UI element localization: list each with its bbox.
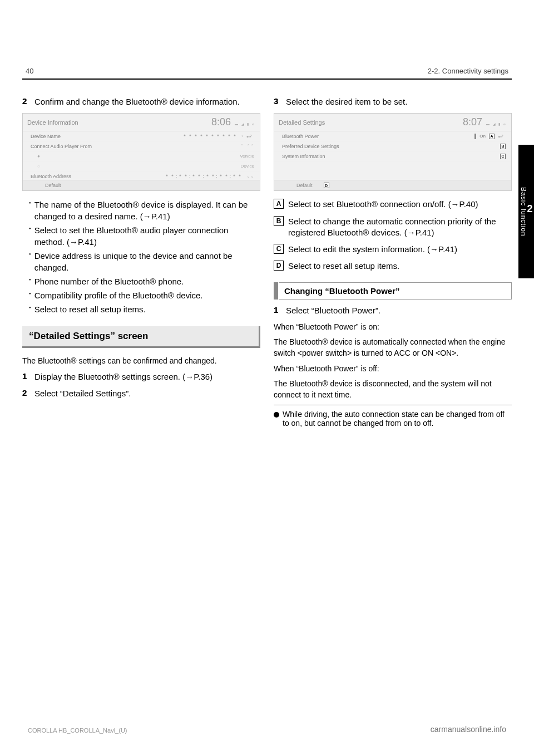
bullet-icon: ●: [29, 224, 31, 248]
device-info-screenshot: Device Information 8:06 ▬ ◢ ▮ ⌀ Device N…: [22, 113, 260, 191]
section-detailed-settings: “Detailed Settings” screen: [22, 326, 260, 348]
note-6: Select to reset all setup items.: [34, 303, 146, 315]
callout-c: C Select to edit the system information.…: [274, 244, 512, 255]
letter-a-box: A: [274, 199, 284, 209]
callout-a-text: Select to set Bluetooth® connection on/o…: [288, 199, 512, 210]
bullet-icon: ●: [29, 289, 31, 301]
step-number: 1: [274, 305, 281, 316]
right-column: 3 Select the desired item to be set. Det…: [274, 96, 512, 429]
ss2-default: Default: [296, 183, 313, 188]
step-number: 2: [22, 96, 30, 107]
left-column: 2 Confirm and change the Bluetooth® devi…: [22, 96, 260, 429]
note-2: Select to set the Bluetooth® audio playe…: [34, 224, 260, 248]
ss2-title: Detailed Settings: [279, 119, 325, 126]
ss1-device-name-label: Device Name: [31, 134, 61, 139]
step-1b: 1 Display the Bluetooth® settings screen…: [22, 371, 260, 382]
radio-icon: ●: [37, 154, 40, 159]
ss2-time: 8:07: [463, 116, 482, 127]
side-tab-number: 2: [527, 203, 533, 215]
callout-a: A Select to set Bluetooth® connection on…: [274, 199, 512, 210]
off-header: When “Bluetooth Power” is off:: [274, 364, 512, 375]
bullet-icon: ●: [29, 303, 31, 315]
substep-1: 1 Select “Bluetooth Power”.: [274, 305, 512, 316]
label-d-mini: D: [324, 183, 329, 188]
label-b-mini: B: [500, 144, 506, 149]
callout-b: B Select to change the automatic connect…: [274, 216, 512, 239]
ss1-device: Device: [241, 164, 254, 169]
letter-b-box: B: [274, 216, 284, 226]
footnote: While driving, the auto connection state…: [274, 410, 512, 428]
step-2: 2 Confirm and change the Bluetooth® devi…: [22, 96, 260, 107]
ss2-system-info: System Information: [282, 154, 325, 159]
ss1-device-name-val: ＊＊＊＊＊＊＊＊＊＊: [182, 133, 238, 139]
off-body: The Bluetooth® device is disconnected, a…: [274, 379, 512, 400]
ss2-bt-power-val: On: [479, 134, 486, 139]
on-body: The Bluetooth® device is automatically c…: [274, 337, 512, 359]
ss1-bt-address: Bluetooth Address: [31, 174, 71, 179]
ss1-title: Device Information: [27, 119, 78, 126]
chevron-up-icon: ˄: [241, 144, 243, 149]
detailed-settings-screenshot: Detailed Settings 8:07 ▬ ◢ ▮ ⌀ Bluetooth…: [274, 113, 512, 191]
step-2b: 2 Select “Detailed Settings”.: [22, 388, 260, 399]
note-1: The name of the Bluetooth® device is dis…: [34, 199, 260, 222]
footer-left: COROLLA HB_COROLLA_Navi_(U): [28, 727, 127, 734]
radio-icon: ○: [37, 164, 40, 169]
on-header: When “Bluetooth Power” is on:: [274, 322, 512, 333]
section-body: The Bluetooth® settings can be confirmed…: [22, 356, 260, 367]
callout-b-text: Select to change the automatic connectio…: [288, 216, 512, 239]
callout-d-text: Select to reset all setup items.: [288, 261, 512, 272]
back-icon: ⮐: [498, 133, 506, 139]
ss1-status-icons: ▬ ◢ ▮ ⌀: [235, 122, 255, 126]
page-number-top: 40: [26, 67, 33, 75]
step-3-text: Select the desired item to be set.: [286, 96, 512, 107]
subsection-bar-icon: [274, 282, 278, 300]
subsection-changing-bt-power: Changing “Bluetooth Power”: [274, 282, 512, 300]
label-c-mini: C: [500, 154, 506, 159]
note-3: Device address is unique to the device a…: [34, 250, 260, 273]
letter-d-box: D: [274, 261, 284, 271]
page-header: 40 2-2. Connectivity settings: [22, 67, 512, 75]
divider: [274, 405, 512, 405]
bullet-icon: ●: [29, 199, 31, 222]
substep-1-text: Select “Bluetooth Power”.: [286, 305, 512, 316]
bullet-icon: ●: [29, 276, 31, 287]
side-tab: 2 Basic function: [518, 145, 534, 278]
step-number: 3: [274, 96, 281, 107]
label-a-mini: A: [489, 134, 495, 139]
callout-d: D Select to reset all setup items.: [274, 261, 512, 272]
bullet-icon: ●: [29, 250, 31, 273]
ss1-bt-address-val: ＊＊:＊＊:＊＊:＊＊:＊＊:＊＊: [165, 173, 243, 179]
step-1b-text: Display the Bluetooth® settings screen. …: [34, 371, 260, 382]
ss2-preferred: Preferred Device Settings: [282, 144, 339, 149]
step-3: 3 Select the desired item to be set.: [274, 96, 512, 107]
ss1-vehicle: Vehicle: [240, 154, 254, 159]
ss2-status-icons: ▬ ◢ ▮ ⌀: [486, 122, 507, 126]
section-label: 2-2. Connectivity settings: [428, 67, 508, 75]
step-2b-text: Select “Detailed Settings”.: [34, 388, 260, 399]
subsection-title: Changing “Bluetooth Power”: [279, 282, 512, 300]
chevron-right-icon: ›: [241, 134, 243, 139]
footer-right: carmanualsonline.info: [431, 725, 506, 734]
header-rule: [22, 78, 512, 80]
note-4: Phone number of the Bluetooth® phone.: [34, 276, 184, 287]
back-icon: ⮐: [246, 133, 254, 139]
ss1-default: Default: [45, 183, 61, 188]
ss1-connect-from: Connect Audio Player From: [31, 144, 92, 149]
step-number: 1: [22, 371, 30, 382]
side-tab-label: Basic function: [520, 187, 527, 237]
ss2-bt-power: Bluetooth Power: [282, 134, 319, 139]
letter-c-box: C: [274, 244, 284, 254]
ss1-time: 8:06: [211, 116, 231, 127]
step-2-text: Confirm and change the Bluetooth® device…: [34, 96, 260, 107]
footnote-text: While driving, the auto connection state…: [283, 410, 512, 428]
step-number: 2: [22, 388, 30, 399]
double-chevron-down-icon: ⌄⌄: [246, 174, 254, 179]
notes-list: ●The name of the Bluetooth® device is di…: [29, 199, 260, 315]
double-chevron-up-icon: ⌃⌃: [246, 144, 254, 149]
black-dot-icon: [274, 412, 279, 418]
callout-c-text: Select to edit the system information. (…: [288, 244, 512, 255]
toggle-icon: [474, 134, 476, 139]
note-5: Compatibility profile of the Bluetooth® …: [34, 289, 203, 301]
